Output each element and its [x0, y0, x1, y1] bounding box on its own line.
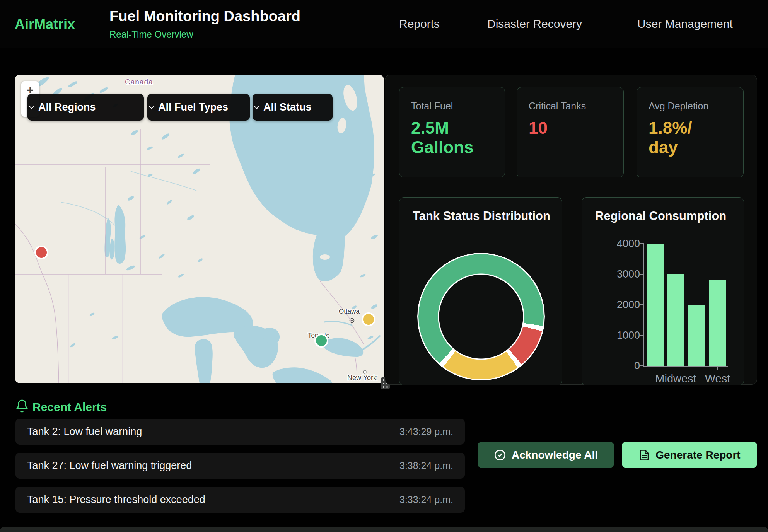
bar-plot: 01000200030004000MidwestWest: [582, 198, 744, 385]
bar-3: [709, 280, 726, 366]
status-filter-value: All Status: [263, 94, 312, 121]
kpi-card-avg-depletion: Avg Depletion 1.8%/ day: [637, 87, 744, 177]
page-subtitle: Real-Time Overview: [109, 29, 193, 40]
region-filter-dropdown[interactable]: All Regions: [27, 94, 144, 121]
alert-timestamp: 3:33:24 p.m.: [399, 487, 453, 513]
tank-marker-warning[interactable]: [362, 312, 375, 326]
bar-0: [647, 244, 664, 366]
kpi-value: 1.8%/ day: [649, 118, 692, 157]
kpi-value: 10: [529, 118, 548, 138]
alert-timestamp: 3:43:29 p.m.: [399, 419, 453, 445]
stats-panel: Total Fuel 2.5M Gallons Critical Tanks 1…: [385, 75, 757, 385]
y-tick-label: 1000: [604, 329, 640, 341]
bar-1: [667, 274, 684, 366]
x-tick-label: West: [691, 372, 745, 385]
alert-text: Tank 27: Low fuel warning triggered: [27, 453, 192, 479]
generate-report-button[interactable]: Generate Report: [622, 442, 757, 468]
status-filter-dropdown[interactable]: All Status: [253, 94, 333, 121]
document-icon: [638, 449, 650, 461]
map-label-canada: Canada: [125, 78, 153, 86]
nav-item-user-management[interactable]: User Management: [637, 17, 733, 31]
x-axis-line: [643, 366, 728, 367]
x-tick-mark: [676, 367, 676, 370]
y-tick-mark: [640, 274, 643, 275]
y-tick-mark: [640, 243, 643, 244]
alert-row[interactable]: Tank 15: Pressure threshold exceeded 3:3…: [15, 487, 465, 513]
donut-ring: [418, 254, 544, 379]
alert-text: Tank 2: Low fuel warning: [27, 419, 142, 445]
kpi-label: Avg Depletion: [649, 101, 708, 112]
alert-row[interactable]: Tank 27: Low fuel warning triggered 3:38…: [15, 453, 465, 479]
x-tick-mark: [717, 367, 718, 370]
page-title: Fuel Monitoring Dashboard: [109, 8, 300, 25]
nav-item-reports[interactable]: Reports: [399, 17, 440, 31]
y-tick-mark: [640, 365, 643, 366]
chevron-down-icon: [253, 103, 261, 112]
tank-marker-critical[interactable]: [34, 246, 48, 259]
bar-2: [688, 305, 705, 366]
generate-report-label: Generate Report: [655, 449, 740, 461]
kpi-label: Total Fuel: [411, 101, 453, 112]
chart-title: Tank Status Distribution: [413, 209, 550, 223]
region-filter-value: All Regions: [38, 94, 96, 121]
chevron-down-icon: [27, 103, 36, 112]
y-tick-label: 0: [604, 360, 640, 372]
map-canvas[interactable]: Canada Ottawa Toronto New York + − All R…: [15, 75, 384, 383]
tank-status-chart-card: Tank Status Distribution: [399, 197, 562, 385]
tank-marker-normal[interactable]: [314, 334, 328, 348]
check-circle-icon: [494, 449, 506, 461]
kpi-value: 2.5M Gallons: [411, 118, 473, 157]
acknowledge-all-label: Acknowledge All: [512, 449, 598, 461]
y-tick-label: 4000: [604, 237, 640, 250]
recent-alerts-title: Recent Alerts: [32, 401, 107, 414]
alert-row[interactable]: Tank 2: Low fuel warning 3:43:29 p.m.: [15, 419, 465, 445]
map-label-ottawa: Ottawa: [339, 308, 360, 315]
bottom-panel-edge: [0, 527, 768, 532]
alert-text: Tank 15: Pressure threshold exceeded: [27, 487, 205, 513]
brand-logo: AirMatrix: [15, 16, 75, 32]
acknowledge-all-button[interactable]: Acknowledge All: [478, 442, 614, 468]
nav-item-disaster-recovery[interactable]: Disaster Recovery: [487, 17, 582, 31]
map-label-new-york: New York: [347, 374, 377, 382]
regional-consumption-chart-card: Regional Consumption 01000200030004000Mi…: [582, 197, 744, 385]
kpi-card-critical-tanks: Critical Tanks 10: [517, 87, 624, 177]
y-tick-label: 3000: [604, 268, 640, 280]
y-tick-mark: [640, 304, 643, 305]
bell-icon: [15, 399, 29, 413]
kpi-card-total-fuel: Total Fuel 2.5M Gallons: [399, 87, 505, 177]
map-artwork: Canada Ottawa Toronto New York: [15, 75, 384, 383]
alert-timestamp: 3:38:24 p.m.: [399, 453, 453, 479]
y-tick-mark: [640, 335, 643, 336]
y-axis-line: [643, 243, 644, 367]
kpi-label: Critical Tanks: [529, 101, 586, 112]
header: AirMatrix Fuel Monitoring Dashboard Real…: [0, 0, 768, 48]
fuel-type-filter-dropdown[interactable]: All Fuel Types: [147, 94, 250, 121]
chevron-down-icon: [147, 103, 156, 112]
fuel-type-filter-value: All Fuel Types: [158, 94, 228, 121]
y-tick-label: 2000: [604, 298, 640, 311]
